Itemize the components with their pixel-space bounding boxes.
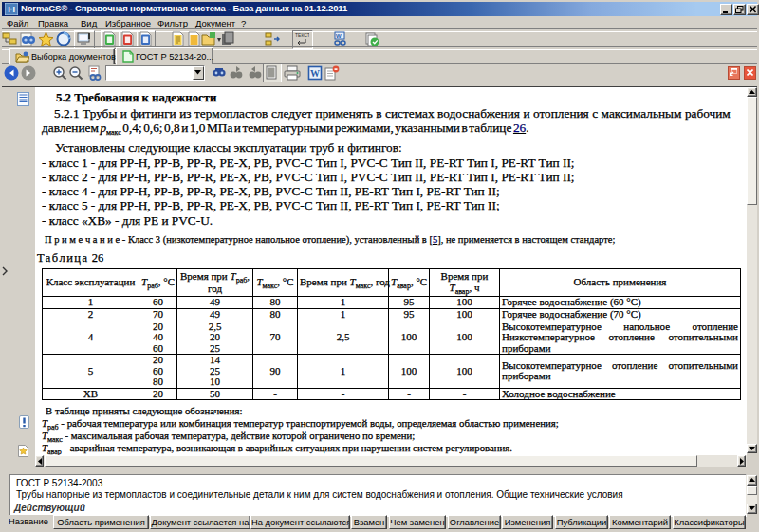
svg-text:ТЕКСТ: ТЕКСТ <box>295 32 309 38</box>
svg-text:W: W <box>310 68 320 79</box>
svg-text:W: W <box>336 33 342 39</box>
svg-text:I·I: I·I <box>8 5 15 14</box>
